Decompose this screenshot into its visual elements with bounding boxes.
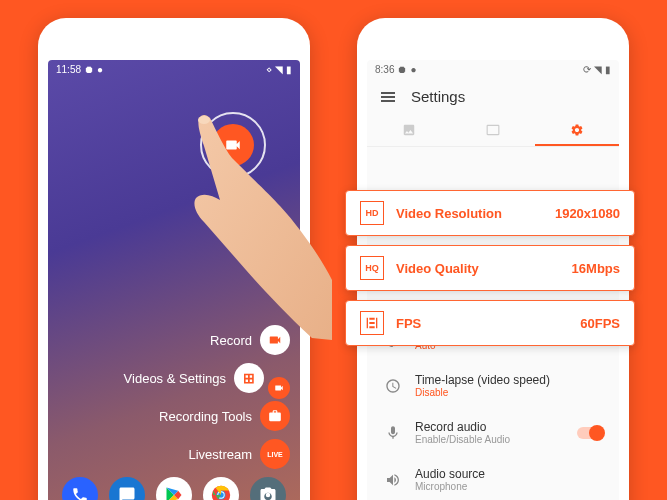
live-icon: LIVE <box>260 439 290 469</box>
dock <box>48 477 300 500</box>
record-icon <box>260 325 290 355</box>
card-video-quality[interactable]: HQ Video Quality 16Mbps <box>345 245 635 291</box>
dock-chrome-icon[interactable] <box>203 477 239 500</box>
floating-record-button[interactable] <box>200 112 266 178</box>
video-camera-icon <box>224 136 242 154</box>
battery-icon: ▮ <box>286 64 292 75</box>
gear-icon <box>570 123 584 137</box>
menu-item-videos-settings[interactable]: Videos & Settings ⊞ <box>124 363 290 393</box>
mic-icon <box>385 425 401 441</box>
toolbox-icon <box>260 401 290 431</box>
sync-icon: ⟳ <box>583 64 591 75</box>
camcorder-icon: ⏺ <box>84 64 94 75</box>
dock-messages-icon[interactable] <box>109 477 145 500</box>
recording-icon: ● <box>410 64 416 75</box>
dock-camera-icon[interactable] <box>250 477 286 500</box>
floating-menu: Record Videos & Settings ⊞ Recording Too… <box>124 325 290 469</box>
tab-image[interactable] <box>367 115 451 146</box>
dock-phone-icon[interactable] <box>62 477 98 500</box>
tab-video[interactable] <box>451 115 535 146</box>
page-title: Settings <box>411 88 465 105</box>
status-time: 11:58 <box>56 64 81 75</box>
timer-icon <box>385 378 401 394</box>
menu-item-recording-tools[interactable]: Recording Tools <box>124 401 290 431</box>
battery-icon: ▮ <box>605 64 611 75</box>
audio-toggle[interactable] <box>577 427 603 439</box>
bluetooth-icon: ⋄ <box>266 64 272 75</box>
status-bar: 8:36 ⏺ ● ⟳ ◥ ▮ <box>367 60 619 78</box>
wifi-icon: ◥ <box>275 64 283 75</box>
tabs <box>367 115 619 147</box>
card-video-resolution[interactable]: HD Video Resolution 1920x1080 <box>345 190 635 236</box>
image-icon <box>402 123 416 137</box>
svg-point-4 <box>266 493 271 498</box>
phone-homescreen: 11:58 ⏺ ● ⋄ ◥ ▮ Record <box>38 18 310 500</box>
hq-icon: HQ <box>360 256 384 280</box>
status-bar: 11:58 ⏺ ● ⋄ ◥ ▮ <box>48 60 300 78</box>
wifi-icon: ◥ <box>594 64 602 75</box>
hd-icon: HD <box>360 201 384 225</box>
setting-audio-source[interactable]: Audio source Microphone <box>367 456 619 500</box>
tab-settings[interactable] <box>535 115 619 146</box>
card-fps[interactable]: FPS 60FPS <box>345 300 635 346</box>
camcorder-icon: ⏺ <box>397 64 407 75</box>
film-icon <box>360 311 384 335</box>
hamburger-icon[interactable] <box>381 92 395 102</box>
status-time: 8:36 <box>375 64 394 75</box>
settings-header: Settings <box>367 78 619 115</box>
menu-item-livestream[interactable]: Livestream LIVE <box>124 439 290 469</box>
setting-timelapse[interactable]: Time-lapse (video speed) Disable <box>367 362 619 409</box>
dock-play-store-icon[interactable] <box>156 477 192 500</box>
grid-icon: ⊞ <box>234 363 264 393</box>
homescreen: 11:58 ⏺ ● ⋄ ◥ ▮ Record <box>48 60 300 500</box>
video-tab-icon <box>486 123 500 137</box>
camcorder-small-icon <box>268 377 290 399</box>
menu-item-record[interactable]: Record <box>124 325 290 355</box>
recording-icon: ● <box>97 64 103 75</box>
speaker-icon <box>385 472 401 488</box>
setting-record-audio[interactable]: Record audio Enable/Disable Audio <box>367 409 619 456</box>
